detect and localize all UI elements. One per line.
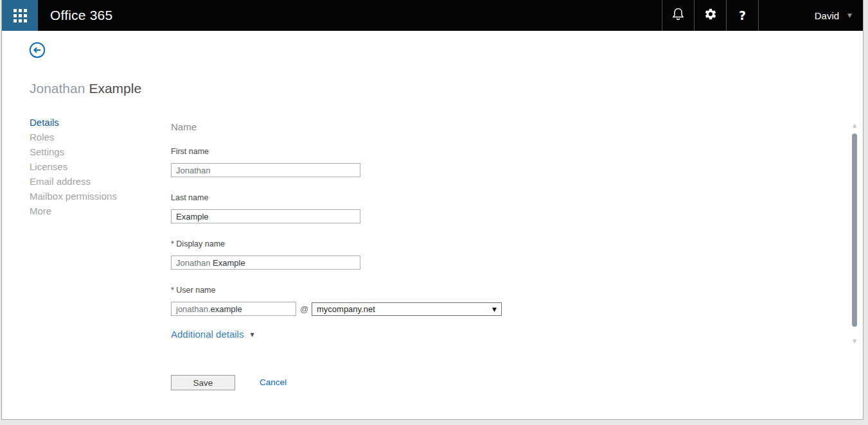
last-name-label: Last name [171, 193, 208, 202]
display-name-input[interactable]: Jonathan Example [171, 256, 360, 270]
page-title-first-name: Jonathan [30, 81, 85, 96]
display-name-value-last: Example [213, 258, 245, 268]
first-name-label: First name [171, 147, 209, 156]
page-title: JonathanExample [30, 81, 141, 96]
cancel-link[interactable]: Cancel [260, 377, 287, 387]
user-name-value-first: jonathan. [176, 304, 211, 314]
scrollbar-down-arrow[interactable]: ▼ [849, 338, 860, 344]
page-title-last-name: Example [89, 81, 141, 96]
last-name-input[interactable]: Example [171, 209, 360, 223]
sidebar-item-email-address[interactable]: Email address [30, 174, 117, 189]
sidebar-item-mailbox-permissions[interactable]: Mailbox permissions [30, 189, 117, 204]
topbar-spacer [112, 0, 662, 31]
brand-title: Office 365 [50, 8, 112, 23]
settings-button[interactable] [694, 0, 726, 31]
additional-details-label: Additional details [171, 329, 244, 340]
sidebar-item-roles[interactable]: Roles [30, 130, 117, 144]
domain-select[interactable]: mycompany.net ▼ [312, 302, 502, 316]
sidebar-item-licenses[interactable]: Licenses [30, 159, 117, 174]
caret-down-icon: ▼ [250, 331, 254, 338]
bell-icon [672, 8, 684, 24]
domain-select-value: mycompany.net [317, 304, 375, 314]
help-button[interactable]: ? [726, 0, 758, 31]
at-symbol: @ [300, 304, 308, 314]
gear-icon [704, 8, 717, 23]
last-name-value: Example [176, 212, 209, 221]
first-name-value: Jonathan [176, 166, 211, 175]
notifications-button[interactable] [662, 0, 694, 31]
display-name-label: * Display name [171, 239, 225, 248]
save-button[interactable]: Save [171, 375, 235, 390]
topbar: Office 365 ? David ▼ [2, 0, 863, 31]
first-name-input[interactable]: Jonathan [171, 163, 360, 177]
back-button[interactable] [29, 42, 46, 58]
select-caret-icon: ▼ [492, 306, 497, 313]
app-window: Office 365 ? David ▼ [1, 0, 864, 420]
user-name-input[interactable]: jonathan.example [171, 302, 296, 316]
sidebar-item-more[interactable]: More [30, 204, 117, 218]
user-menu[interactable]: David ▼ [758, 0, 863, 31]
side-nav: Details Roles Settings Licenses Email ad… [30, 115, 117, 218]
app-launcher-button[interactable] [2, 0, 38, 31]
user-name-value-last: example [211, 304, 242, 314]
sidebar-item-details[interactable]: Details [30, 115, 117, 130]
user-name-label: * User name [171, 286, 215, 295]
app-launcher-icon [13, 9, 27, 22]
additional-details-toggle[interactable]: Additional details ▼ [171, 329, 254, 340]
chevron-down-icon: ▼ [847, 12, 852, 19]
scrollbar-thumb[interactable] [852, 134, 857, 327]
sidebar-item-settings[interactable]: Settings [30, 144, 117, 159]
help-icon: ? [739, 8, 746, 22]
user-name: David [815, 10, 839, 21]
section-title-name: Name [171, 121, 197, 132]
scrollbar-up-arrow[interactable]: ▲ [849, 123, 860, 128]
display-name-value-first: Jonathan [176, 258, 213, 268]
